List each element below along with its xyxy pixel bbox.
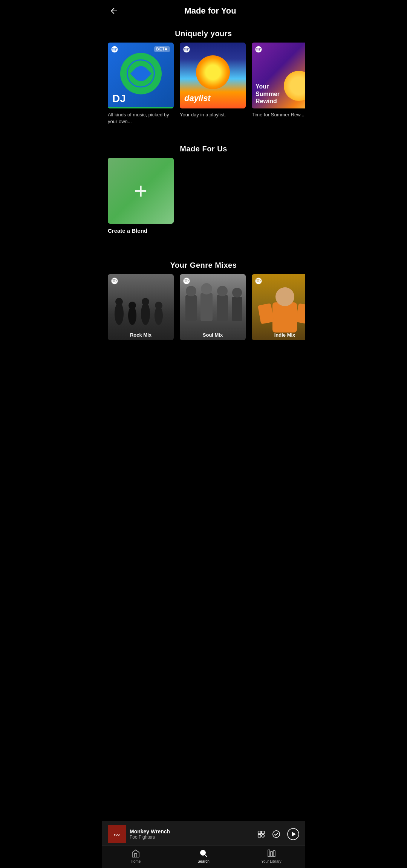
svg-rect-22 [272,302,297,333]
daylist-label: daylist [184,93,211,103]
svg-rect-15 [200,293,213,321]
header-title: Made for You [123,6,298,16]
daylist-sun [196,55,230,89]
beta-badge: BETA [154,46,170,52]
summer-rewind-text: YourSummerRewind [256,83,280,105]
svg-point-4 [115,302,124,325]
svg-point-18 [217,286,228,296]
create-blend-card[interactable]: + Create a Blend [108,158,174,234]
soul-mix-bg: Soul Mix [180,274,246,340]
svg-point-16 [201,283,212,294]
svg-point-8 [141,302,150,325]
svg-rect-13 [185,295,197,321]
uniquely-yours-title: Uniquely yours [102,22,305,43]
spotify-logo-rock [111,277,118,285]
summer-rewind-card[interactable]: YourSummerRewind Time for Summer Rew... [252,43,305,125]
blend-card-bg: + [108,158,174,224]
svg-point-7 [129,302,136,309]
rock-mix-card[interactable]: Rock Mix [108,274,174,340]
svg-point-9 [142,298,149,305]
dj-label: DJ [112,93,126,105]
summer-sun [284,71,305,101]
daylist-card[interactable]: daylist Your day in a playlist. [180,43,246,125]
made-for-us-cards: + Create a Blend [102,158,305,238]
soul-mix-card[interactable]: Soul Mix [180,274,246,340]
band-silhouette [108,291,174,329]
header: Made for You [102,0,305,22]
svg-point-20 [232,288,242,297]
svg-rect-19 [232,297,242,321]
dj-circle-icon [120,53,162,94]
genre-mixes-cards: Rock Mix [102,274,305,345]
spotify-logo-daylist [183,46,190,53]
indie-mix-card[interactable]: Indie Mix [252,274,305,340]
svg-point-5 [115,298,123,305]
dj-green-bar [108,107,174,108]
indie-mix-bg: Indie Mix [252,274,305,340]
svg-rect-17 [217,295,228,321]
dj-card[interactable]: BETA DJ All kinds of music, picked by yo… [108,43,174,125]
spotify-logo-summer [255,46,262,53]
svg-rect-24 [258,304,274,324]
svg-point-14 [186,286,196,296]
genre-mixes-section: Your Genre Mixes [102,246,305,375]
summer-description: Time for Summer Rew... [252,111,305,118]
made-for-us-title: Made For Us [102,137,305,158]
blend-label: Create a Blend [108,227,174,234]
spotify-logo-dj [111,46,118,53]
rock-mix-bg: Rock Mix [108,274,174,340]
soul-people [180,280,246,333]
uniquely-yours-cards: BETA DJ All kinds of music, picked by yo… [102,43,305,130]
made-for-us-section: Made For Us + Create a Blend [102,130,305,246]
indie-person [252,278,305,336]
plus-icon: + [134,178,147,204]
soul-mix-label: Soul Mix [180,332,246,338]
indie-mix-label: Indie Mix [252,332,305,338]
svg-point-23 [275,287,294,306]
dj-card-description: All kinds of music, picked by your own..… [108,111,174,125]
genre-mixes-title: Your Genre Mixes [102,253,305,274]
svg-point-11 [155,302,162,309]
back-button[interactable] [109,6,118,15]
rock-mix-label: Rock Mix [108,332,174,338]
daylist-description: Your day in a playlist. [180,111,246,118]
